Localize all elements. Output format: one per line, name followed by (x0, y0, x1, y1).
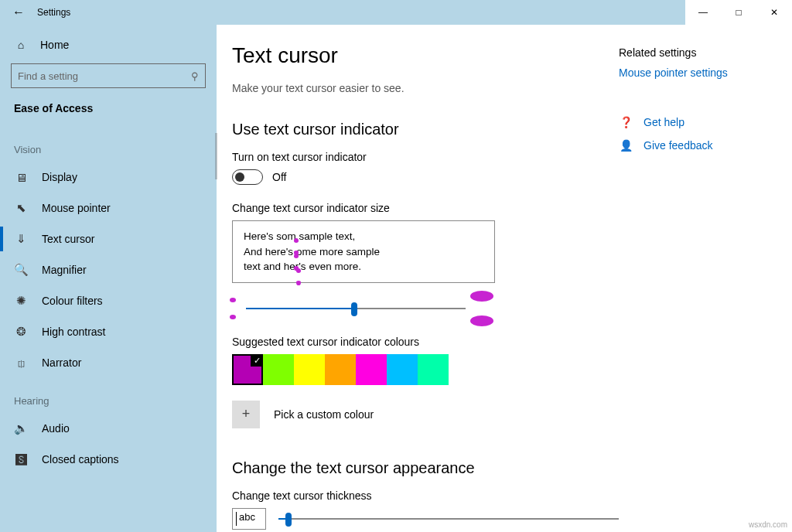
colour-swatches (232, 354, 619, 385)
swatch-5[interactable] (387, 354, 418, 385)
thickness-preview: abc (232, 508, 266, 530)
feedback-icon: 👤 (619, 139, 633, 152)
search-placeholder: Find a setting (18, 70, 78, 82)
thickness-label: Change text cursor thickness (232, 489, 619, 502)
swatch-0[interactable] (232, 354, 263, 385)
toggle-label: Turn on text cursor indicator (232, 151, 619, 163)
nav-home[interactable]: ⌂ Home (0, 32, 217, 57)
audio-icon: 🔈 (14, 421, 28, 435)
nav-closed-captions[interactable]: 🆂 Closed captions (0, 444, 217, 475)
mouse-pointer-icon: ⬉ (14, 201, 28, 215)
group-vision: Vision (0, 127, 217, 162)
display-icon: 🖥 (14, 171, 28, 184)
custom-colour-button[interactable]: + (232, 401, 260, 428)
narrator-icon: ⎅ (14, 356, 28, 370)
maximize-button[interactable]: □ (721, 0, 756, 25)
give-feedback-link[interactable]: Give feedback (644, 139, 713, 152)
section-appearance: Change the text cursor appearance (232, 459, 619, 477)
section-indicator: Use text cursor indicator (232, 121, 619, 138)
indicator-preview: Here's som sample text, And here's ome m… (232, 220, 495, 283)
nav-audio[interactable]: 🔈 Audio (0, 413, 217, 444)
thickness-slider[interactable] (278, 511, 619, 527)
size-label: Change text cursor indicator size (232, 202, 619, 214)
close-button[interactable]: ✕ (756, 0, 792, 25)
swatch-4[interactable] (356, 354, 387, 385)
nav-high-contrast[interactable]: ❂ High contrast (0, 316, 217, 347)
closed-captions-icon: 🆂 (14, 453, 28, 466)
nav-mouse-pointer[interactable]: ⬉ Mouse pointer (0, 193, 217, 223)
get-help-link[interactable]: Get help (644, 116, 684, 128)
group-hearing: Hearing (0, 378, 217, 413)
toggle-state: Off (272, 171, 286, 183)
size-max-icon (476, 295, 487, 322)
page-title: Text cursor (232, 43, 619, 68)
indicator-size-slider[interactable] (246, 301, 466, 316)
nav-magnifier[interactable]: 🔍 Magnifier (0, 254, 217, 285)
swatch-1[interactable] (263, 354, 294, 385)
size-min-icon (232, 300, 235, 317)
search-icon: ⚲ (191, 70, 199, 82)
nav-home-label: Home (40, 39, 69, 51)
mouse-pointer-link[interactable]: Mouse pointer settings (619, 66, 781, 79)
swatch-6[interactable] (418, 354, 449, 385)
suggested-label: Suggested text cursor indicator colours (232, 336, 619, 348)
indicator-toggle[interactable] (232, 169, 263, 185)
sidebar: ⌂ Home Find a setting ⚲ Ease of Access V… (0, 25, 217, 532)
related-heading: Related settings (619, 46, 781, 59)
back-button[interactable]: ← (0, 5, 37, 19)
nav-display[interactable]: 🖥 Display (0, 162, 217, 193)
watermark: wsxdn.com (749, 520, 787, 529)
swatch-3[interactable] (325, 354, 356, 385)
category-label: Ease of Access (0, 102, 217, 127)
custom-colour-label: Pick a custom colour (274, 408, 374, 421)
high-contrast-icon: ❂ (14, 325, 28, 339)
magnifier-icon: 🔍 (14, 263, 28, 277)
search-input[interactable]: Find a setting ⚲ (11, 63, 206, 88)
page-subtitle: Make your text cursor easier to see. (232, 82, 619, 94)
colour-filters-icon: ✺ (14, 294, 28, 308)
minimize-button[interactable]: ― (685, 0, 721, 25)
text-cursor-icon: ⇓ (14, 232, 28, 246)
window-title: Settings (37, 7, 70, 18)
nav-text-cursor[interactable]: ⇓ Text cursor (0, 223, 217, 254)
nav-narrator[interactable]: ⎅ Narrator (0, 347, 217, 378)
home-icon: ⌂ (14, 39, 28, 51)
nav-colour-filters[interactable]: ✺ Colour filters (0, 285, 217, 316)
help-icon: ❓ (619, 116, 633, 128)
swatch-2[interactable] (294, 354, 325, 385)
